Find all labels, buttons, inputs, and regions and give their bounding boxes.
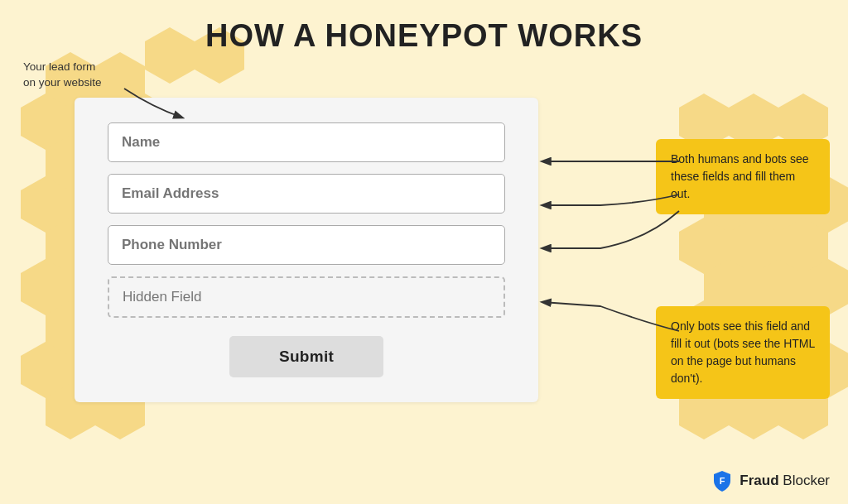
fraud-blocker-icon: F xyxy=(711,469,734,492)
email-field[interactable] xyxy=(108,174,505,214)
svg-text:F: F xyxy=(720,476,725,486)
svg-marker-33 xyxy=(778,218,828,274)
submit-button[interactable]: Submit xyxy=(229,336,383,377)
svg-marker-32 xyxy=(729,218,778,274)
callout-box-bots-only: Only bots see this field and fill it out… xyxy=(656,306,830,399)
phone-field[interactable] xyxy=(108,225,505,265)
callout-box-humans-bots: Both humans and bots see these fields an… xyxy=(656,139,830,214)
svg-marker-16 xyxy=(21,342,70,398)
page-title: HOW A HONEYPOT WORKS xyxy=(0,0,848,54)
svg-marker-7 xyxy=(21,176,70,233)
name-field[interactable] xyxy=(108,122,505,162)
svg-marker-2 xyxy=(21,94,70,150)
svg-marker-12 xyxy=(21,259,70,315)
hidden-field[interactable] xyxy=(108,276,505,318)
logo-label: Fraud Blocker xyxy=(740,473,830,489)
fraud-blocker-logo: F Fraud Blocker xyxy=(711,469,830,492)
svg-marker-31 xyxy=(679,218,729,274)
demo-form: Submit xyxy=(75,98,538,402)
lead-form-annotation: Your lead formon your website xyxy=(23,60,102,91)
